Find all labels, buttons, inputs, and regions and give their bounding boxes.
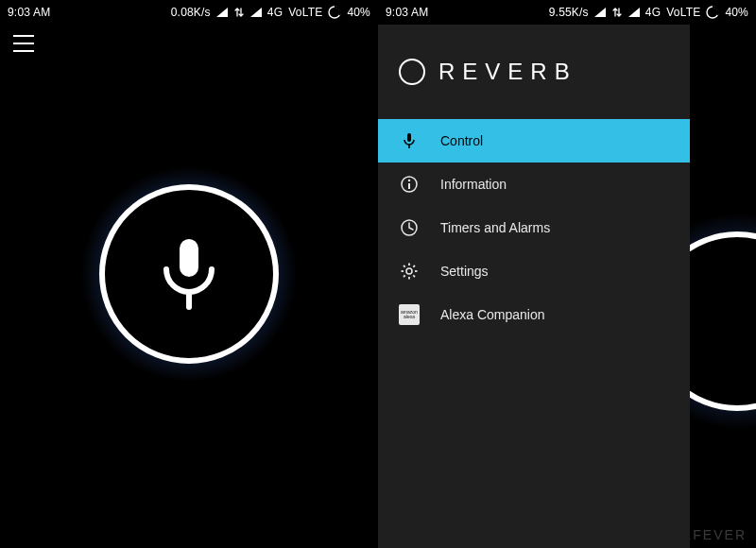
alexa-icon: amazonalexa	[399, 304, 420, 325]
app-logo-icon	[399, 59, 425, 85]
status-bar: 9:03 AM 9.55K/s 4G VoLTE 40%	[378, 0, 756, 25]
status-battery: 40%	[725, 6, 748, 19]
status-volte: VoLTE	[666, 6, 700, 19]
data-arrows-icon	[233, 7, 245, 18]
svg-line-15	[404, 265, 405, 267]
navigation-drawer: REVERB Control Information	[378, 25, 690, 548]
status-network: 4G	[645, 6, 661, 19]
svg-rect-1	[180, 239, 198, 277]
svg-rect-8	[408, 183, 410, 189]
microphone-icon	[151, 231, 227, 317]
menu-item-timers[interactable]: Timers and Alarms	[378, 206, 690, 249]
signal-icon	[250, 8, 262, 17]
toolbar	[0, 25, 378, 66]
svg-line-16	[413, 275, 415, 277]
svg-point-10	[406, 268, 412, 274]
battery-icon	[328, 6, 341, 19]
menu-item-label: Information	[440, 177, 507, 192]
drawer-menu: Control Information Timers and Alarms	[378, 119, 690, 336]
menu-item-control[interactable]: Control	[378, 119, 690, 163]
signal-icon	[628, 8, 640, 17]
menu-item-label: Control	[440, 133, 483, 148]
menu-item-label: Alexa Companion	[440, 307, 545, 322]
battery-icon	[706, 6, 719, 19]
svg-line-18	[413, 265, 415, 267]
status-network: 4G	[267, 6, 283, 19]
status-time: 9:03 AM	[386, 6, 428, 19]
microphone-icon	[399, 132, 420, 149]
status-bar: 9:03 AM 0.08K/s 4G VoLTE 40%	[0, 0, 378, 25]
status-battery: 40%	[347, 6, 370, 19]
status-speed: 9.55K/s	[549, 6, 589, 19]
clock-icon	[399, 219, 420, 236]
drawer-header: REVERB	[378, 25, 690, 119]
svg-point-7	[408, 180, 410, 181]
data-arrows-icon	[611, 7, 623, 18]
hamburger-menu-button[interactable]	[13, 35, 34, 56]
status-time: 9:03 AM	[8, 6, 50, 19]
status-volte: VoLTE	[288, 6, 322, 19]
menu-item-alexa[interactable]: amazonalexa Alexa Companion	[378, 293, 690, 336]
menu-item-information[interactable]: Information	[378, 163, 690, 206]
svg-line-17	[404, 275, 405, 277]
gear-icon	[399, 263, 420, 280]
menu-item-label: Timers and Alarms	[440, 220, 550, 235]
voice-mic-button[interactable]	[66, 151, 312, 397]
status-speed: 0.08K/s	[171, 6, 211, 19]
svg-rect-4	[407, 133, 411, 142]
phone-right: 9:03 AM 9.55K/s 4G VoLTE 40%	[378, 0, 756, 548]
app-title: REVERB	[438, 59, 577, 85]
menu-item-settings[interactable]: Settings	[378, 249, 690, 293]
phone-left: 9:03 AM 0.08K/s 4G VoLTE 40%	[0, 0, 378, 548]
signal-icon	[216, 8, 228, 17]
signal-icon	[594, 8, 606, 17]
info-icon	[399, 176, 420, 193]
menu-item-label: Settings	[440, 264, 489, 279]
